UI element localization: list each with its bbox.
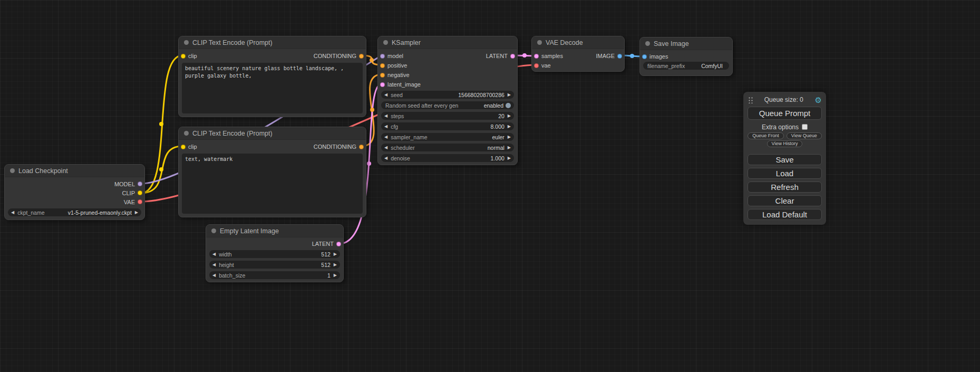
collapse-dot-icon[interactable] — [184, 40, 189, 45]
batch-size-widget[interactable]: ◀ batch_size 1 ▶ — [209, 271, 340, 279]
width-widget[interactable]: ◀ width 512 ▶ — [209, 250, 340, 258]
latent-output-port[interactable] — [336, 242, 341, 246]
load-button[interactable]: Load — [748, 168, 822, 179]
node-vae-decode[interactable]: VAE Decode samples IMAGE vae — [531, 36, 625, 72]
decrement-arrow-icon[interactable]: ◀ — [384, 146, 387, 150]
prompt-textarea[interactable]: beautiful scenery nature glass bottle la… — [182, 63, 363, 113]
widget-name: sampler_name — [391, 134, 427, 140]
queue-prompt-button[interactable]: Queue Prompt — [748, 107, 822, 120]
decrement-arrow-icon[interactable]: ◀ — [212, 273, 216, 278]
increment-arrow-icon[interactable]: ▶ — [508, 125, 511, 129]
prompt-textarea[interactable]: text, watermark — [182, 154, 363, 214]
increment-arrow-icon[interactable]: ▶ — [334, 273, 337, 278]
increment-arrow-icon[interactable]: ▶ — [508, 114, 511, 118]
save-button[interactable]: Save — [748, 154, 822, 165]
widget-value: 512 — [234, 262, 331, 268]
view-history-button[interactable]: View History — [767, 140, 803, 147]
model-output-port[interactable] — [138, 182, 142, 186]
denoise-widget[interactable]: ◀ denoise 1.000 ▶ — [381, 154, 514, 162]
decrement-arrow-icon[interactable]: ◀ — [384, 135, 387, 139]
increment-arrow-icon[interactable]: ▶ — [508, 135, 511, 139]
node-ksampler[interactable]: KSampler model LATENT positive negative … — [377, 36, 518, 165]
decrement-arrow-icon[interactable]: ◀ — [212, 252, 216, 256]
widget-name: filename_prefix — [647, 63, 685, 69]
cfg-widget[interactable]: ◀ cfg 8.000 ▶ — [381, 122, 514, 130]
settings-gear-icon[interactable]: ⚙ — [815, 96, 822, 104]
node-clip-text-encode-negative[interactable]: CLIP Text Encode (Prompt) clip CONDITION… — [178, 127, 366, 217]
node-title-bar[interactable]: KSampler — [378, 36, 517, 49]
input-label: positive — [387, 62, 407, 69]
widget-value: 1 — [245, 272, 330, 279]
extra-options-checkbox[interactable] — [802, 124, 808, 130]
widget-value: 20 — [404, 113, 504, 119]
conditioning-output-port[interactable] — [359, 54, 364, 59]
view-queue-button[interactable]: View Queue — [787, 132, 822, 139]
output-label: MODEL — [114, 181, 135, 187]
scheduler-widget[interactable]: ◀ scheduler normal ▶ — [381, 144, 514, 151]
latent-output-port[interactable] — [510, 54, 515, 59]
queue-front-button[interactable]: Queue Front — [748, 132, 784, 139]
node-save-image[interactable]: Save Image images filename_prefix ComfyU… — [639, 37, 733, 76]
increment-arrow-icon[interactable]: ▶ — [508, 146, 511, 150]
node-title-bar[interactable]: VAE Decode — [532, 36, 624, 49]
increment-arrow-icon[interactable]: ▶ — [508, 156, 511, 160]
node-load-checkpoint[interactable]: Load Checkpoint MODEL CLIP VAE ◀ ckpt_na… — [4, 164, 145, 220]
vae-input-port[interactable] — [534, 63, 539, 68]
increment-arrow-icon[interactable]: ▶ — [334, 263, 337, 267]
node-empty-latent-image[interactable]: Empty Latent Image LATENT ◀ width 512 ▶ … — [206, 224, 344, 282]
toggle-dot-icon[interactable] — [506, 103, 511, 108]
conditioning-output-port[interactable] — [359, 145, 364, 149]
steps-widget[interactable]: ◀ steps 20 ▶ — [381, 112, 514, 120]
decrement-arrow-icon[interactable]: ◀ — [11, 211, 14, 215]
clip-output-port[interactable] — [138, 190, 142, 195]
image-output-port[interactable] — [617, 54, 622, 59]
seed-widget[interactable]: ◀ seed 156680208700286 ▶ — [381, 91, 514, 99]
load-default-button[interactable]: Load Default — [748, 209, 822, 220]
widget-value: ComfyUI — [685, 63, 723, 69]
sampler-name-widget[interactable]: ◀ sampler_name euler ▶ — [381, 133, 514, 141]
node-clip-text-encode-positive[interactable]: CLIP Text Encode (Prompt) clip CONDITION… — [178, 36, 366, 117]
widget-value: 156680208700286 — [403, 92, 504, 98]
decrement-arrow-icon[interactable]: ◀ — [212, 263, 216, 267]
ckpt-name-widget[interactable]: ◀ ckpt_name v1-5-pruned-emaonly.ckpt ▶ — [8, 208, 141, 216]
latent-image-input-port[interactable] — [380, 82, 385, 87]
filename-prefix-widget[interactable]: filename_prefix ComfyUI — [643, 62, 729, 70]
clip-input-port[interactable] — [181, 54, 186, 59]
node-title: Empty Latent Image — [220, 227, 279, 235]
decrement-arrow-icon[interactable]: ◀ — [384, 125, 387, 129]
node-title: Save Image — [654, 40, 689, 47]
vae-output-port[interactable] — [138, 199, 142, 204]
collapse-dot-icon[interactable] — [645, 41, 650, 46]
increment-arrow-icon[interactable]: ▶ — [334, 252, 337, 256]
clip-input-port[interactable] — [181, 145, 186, 149]
node-title-bar[interactable]: Empty Latent Image — [206, 225, 343, 237]
increment-arrow-icon[interactable]: ▶ — [508, 93, 511, 97]
random-seed-toggle-widget[interactable]: Random seed after every gen enabled — [381, 101, 514, 109]
decrement-arrow-icon[interactable]: ◀ — [384, 93, 387, 97]
clear-button[interactable]: Clear — [748, 195, 822, 206]
negative-input-port[interactable] — [380, 73, 385, 78]
node-title-bar[interactable]: Save Image — [640, 37, 732, 50]
samples-input-port[interactable] — [534, 54, 539, 59]
node-title: KSampler — [392, 39, 421, 46]
collapse-dot-icon[interactable] — [10, 168, 15, 173]
positive-input-port[interactable] — [380, 63, 385, 68]
node-title-bar[interactable]: CLIP Text Encode (Prompt) — [179, 127, 366, 140]
input-label: clip — [188, 53, 197, 59]
decrement-arrow-icon[interactable]: ◀ — [384, 114, 387, 118]
collapse-dot-icon[interactable] — [383, 40, 388, 45]
height-widget[interactable]: ◀ height 512 ▶ — [209, 261, 340, 269]
decrement-arrow-icon[interactable]: ◀ — [384, 156, 387, 160]
model-input-port[interactable] — [380, 54, 385, 59]
images-input-port[interactable] — [642, 54, 647, 59]
collapse-dot-icon[interactable] — [537, 40, 542, 45]
node-title-bar[interactable]: Load Checkpoint — [5, 165, 144, 177]
widget-value: euler — [428, 134, 504, 140]
increment-arrow-icon[interactable]: ▶ — [135, 211, 138, 215]
refresh-button[interactable]: Refresh — [748, 182, 822, 193]
drag-handle-icon[interactable] — [748, 96, 753, 103]
collapse-dot-icon[interactable] — [184, 131, 189, 136]
slot-row: model LATENT — [380, 51, 515, 61]
collapse-dot-icon[interactable] — [211, 228, 216, 233]
node-title-bar[interactable]: CLIP Text Encode (Prompt) — [179, 36, 366, 49]
